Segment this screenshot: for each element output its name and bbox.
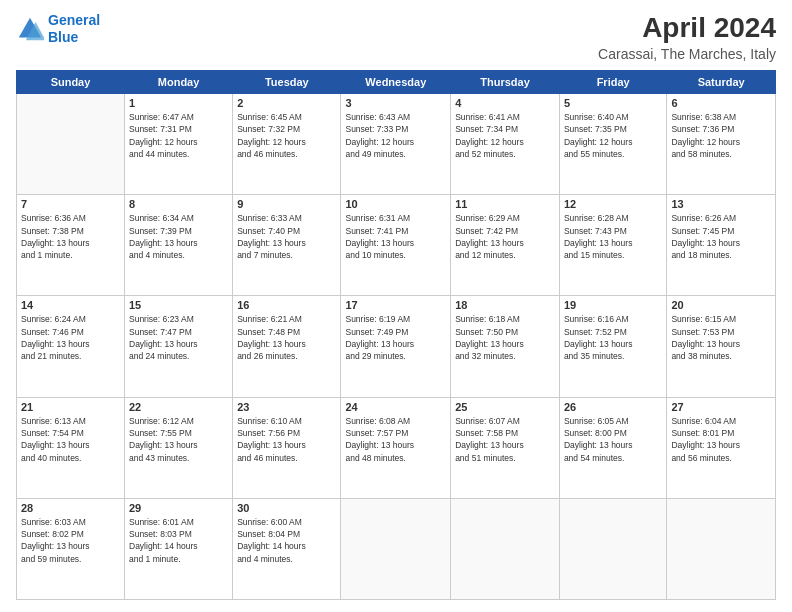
day-info: Sunrise: 6:38 AM Sunset: 7:36 PM Dayligh… [671, 111, 771, 160]
day-info: Sunrise: 6:24 AM Sunset: 7:46 PM Dayligh… [21, 313, 120, 362]
weekday-header: Monday [125, 71, 233, 94]
day-number: 9 [237, 198, 336, 210]
calendar-cell: 18Sunrise: 6:18 AM Sunset: 7:50 PM Dayli… [451, 296, 560, 397]
day-number: 22 [129, 401, 228, 413]
sub-title: Carassai, The Marches, Italy [598, 46, 776, 62]
day-info: Sunrise: 6:21 AM Sunset: 7:48 PM Dayligh… [237, 313, 336, 362]
calendar-body: 1Sunrise: 6:47 AM Sunset: 7:31 PM Daylig… [17, 94, 776, 600]
day-number: 3 [345, 97, 446, 109]
day-info: Sunrise: 6:43 AM Sunset: 7:33 PM Dayligh… [345, 111, 446, 160]
day-number: 27 [671, 401, 771, 413]
calendar-cell: 6Sunrise: 6:38 AM Sunset: 7:36 PM Daylig… [667, 94, 776, 195]
calendar-cell: 24Sunrise: 6:08 AM Sunset: 7:57 PM Dayli… [341, 397, 451, 498]
calendar-cell: 26Sunrise: 6:05 AM Sunset: 8:00 PM Dayli… [559, 397, 666, 498]
day-info: Sunrise: 6:31 AM Sunset: 7:41 PM Dayligh… [345, 212, 446, 261]
day-info: Sunrise: 6:23 AM Sunset: 7:47 PM Dayligh… [129, 313, 228, 362]
calendar-cell: 7Sunrise: 6:36 AM Sunset: 7:38 PM Daylig… [17, 195, 125, 296]
calendar-cell: 1Sunrise: 6:47 AM Sunset: 7:31 PM Daylig… [125, 94, 233, 195]
calendar-cell [667, 498, 776, 599]
day-info: Sunrise: 6:08 AM Sunset: 7:57 PM Dayligh… [345, 415, 446, 464]
calendar-cell [451, 498, 560, 599]
calendar-cell: 27Sunrise: 6:04 AM Sunset: 8:01 PM Dayli… [667, 397, 776, 498]
calendar-cell [17, 94, 125, 195]
weekday-header: Wednesday [341, 71, 451, 94]
day-info: Sunrise: 6:00 AM Sunset: 8:04 PM Dayligh… [237, 516, 336, 565]
main-title: April 2024 [598, 12, 776, 44]
day-info: Sunrise: 6:45 AM Sunset: 7:32 PM Dayligh… [237, 111, 336, 160]
calendar-cell: 25Sunrise: 6:07 AM Sunset: 7:58 PM Dayli… [451, 397, 560, 498]
day-number: 30 [237, 502, 336, 514]
calendar-cell: 17Sunrise: 6:19 AM Sunset: 7:49 PM Dayli… [341, 296, 451, 397]
calendar-week-row: 1Sunrise: 6:47 AM Sunset: 7:31 PM Daylig… [17, 94, 776, 195]
day-info: Sunrise: 6:16 AM Sunset: 7:52 PM Dayligh… [564, 313, 662, 362]
day-number: 10 [345, 198, 446, 210]
day-info: Sunrise: 6:04 AM Sunset: 8:01 PM Dayligh… [671, 415, 771, 464]
day-number: 18 [455, 299, 555, 311]
calendar-cell: 3Sunrise: 6:43 AM Sunset: 7:33 PM Daylig… [341, 94, 451, 195]
calendar-cell [341, 498, 451, 599]
day-info: Sunrise: 6:05 AM Sunset: 8:00 PM Dayligh… [564, 415, 662, 464]
day-number: 20 [671, 299, 771, 311]
logo-icon [16, 15, 44, 43]
calendar-cell: 12Sunrise: 6:28 AM Sunset: 7:43 PM Dayli… [559, 195, 666, 296]
day-info: Sunrise: 6:18 AM Sunset: 7:50 PM Dayligh… [455, 313, 555, 362]
day-number: 12 [564, 198, 662, 210]
day-info: Sunrise: 6:19 AM Sunset: 7:49 PM Dayligh… [345, 313, 446, 362]
day-info: Sunrise: 6:10 AM Sunset: 7:56 PM Dayligh… [237, 415, 336, 464]
day-number: 4 [455, 97, 555, 109]
day-number: 5 [564, 97, 662, 109]
day-info: Sunrise: 6:36 AM Sunset: 7:38 PM Dayligh… [21, 212, 120, 261]
day-number: 24 [345, 401, 446, 413]
day-info: Sunrise: 6:15 AM Sunset: 7:53 PM Dayligh… [671, 313, 771, 362]
logo-line2: Blue [48, 29, 78, 45]
calendar-cell: 20Sunrise: 6:15 AM Sunset: 7:53 PM Dayli… [667, 296, 776, 397]
day-info: Sunrise: 6:40 AM Sunset: 7:35 PM Dayligh… [564, 111, 662, 160]
calendar-cell: 4Sunrise: 6:41 AM Sunset: 7:34 PM Daylig… [451, 94, 560, 195]
calendar-cell: 2Sunrise: 6:45 AM Sunset: 7:32 PM Daylig… [233, 94, 341, 195]
day-number: 16 [237, 299, 336, 311]
calendar-cell: 28Sunrise: 6:03 AM Sunset: 8:02 PM Dayli… [17, 498, 125, 599]
day-number: 13 [671, 198, 771, 210]
day-info: Sunrise: 6:07 AM Sunset: 7:58 PM Dayligh… [455, 415, 555, 464]
day-number: 11 [455, 198, 555, 210]
logo: General Blue [16, 12, 100, 46]
calendar-cell: 13Sunrise: 6:26 AM Sunset: 7:45 PM Dayli… [667, 195, 776, 296]
day-info: Sunrise: 6:47 AM Sunset: 7:31 PM Dayligh… [129, 111, 228, 160]
calendar-cell: 14Sunrise: 6:24 AM Sunset: 7:46 PM Dayli… [17, 296, 125, 397]
day-number: 8 [129, 198, 228, 210]
calendar-cell: 29Sunrise: 6:01 AM Sunset: 8:03 PM Dayli… [125, 498, 233, 599]
day-info: Sunrise: 6:13 AM Sunset: 7:54 PM Dayligh… [21, 415, 120, 464]
day-number: 7 [21, 198, 120, 210]
calendar-cell: 9Sunrise: 6:33 AM Sunset: 7:40 PM Daylig… [233, 195, 341, 296]
day-number: 17 [345, 299, 446, 311]
weekday-header: Friday [559, 71, 666, 94]
header: General Blue April 2024 Carassai, The Ma… [16, 12, 776, 62]
day-number: 6 [671, 97, 771, 109]
calendar-week-row: 28Sunrise: 6:03 AM Sunset: 8:02 PM Dayli… [17, 498, 776, 599]
day-number: 2 [237, 97, 336, 109]
calendar-week-row: 14Sunrise: 6:24 AM Sunset: 7:46 PM Dayli… [17, 296, 776, 397]
calendar-cell: 15Sunrise: 6:23 AM Sunset: 7:47 PM Dayli… [125, 296, 233, 397]
day-info: Sunrise: 6:33 AM Sunset: 7:40 PM Dayligh… [237, 212, 336, 261]
weekday-header: Saturday [667, 71, 776, 94]
day-number: 21 [21, 401, 120, 413]
day-number: 19 [564, 299, 662, 311]
day-info: Sunrise: 6:12 AM Sunset: 7:55 PM Dayligh… [129, 415, 228, 464]
weekday-header: Sunday [17, 71, 125, 94]
logo-text: General Blue [48, 12, 100, 46]
calendar-cell: 19Sunrise: 6:16 AM Sunset: 7:52 PM Dayli… [559, 296, 666, 397]
weekday-header: Thursday [451, 71, 560, 94]
calendar-cell: 21Sunrise: 6:13 AM Sunset: 7:54 PM Dayli… [17, 397, 125, 498]
calendar-cell: 10Sunrise: 6:31 AM Sunset: 7:41 PM Dayli… [341, 195, 451, 296]
calendar-table: SundayMondayTuesdayWednesdayThursdayFrid… [16, 70, 776, 600]
day-number: 1 [129, 97, 228, 109]
calendar-cell: 23Sunrise: 6:10 AM Sunset: 7:56 PM Dayli… [233, 397, 341, 498]
day-info: Sunrise: 6:26 AM Sunset: 7:45 PM Dayligh… [671, 212, 771, 261]
page: General Blue April 2024 Carassai, The Ma… [0, 0, 792, 612]
day-number: 14 [21, 299, 120, 311]
calendar-cell: 30Sunrise: 6:00 AM Sunset: 8:04 PM Dayli… [233, 498, 341, 599]
calendar-week-row: 21Sunrise: 6:13 AM Sunset: 7:54 PM Dayli… [17, 397, 776, 498]
calendar-cell: 8Sunrise: 6:34 AM Sunset: 7:39 PM Daylig… [125, 195, 233, 296]
day-info: Sunrise: 6:41 AM Sunset: 7:34 PM Dayligh… [455, 111, 555, 160]
day-number: 28 [21, 502, 120, 514]
